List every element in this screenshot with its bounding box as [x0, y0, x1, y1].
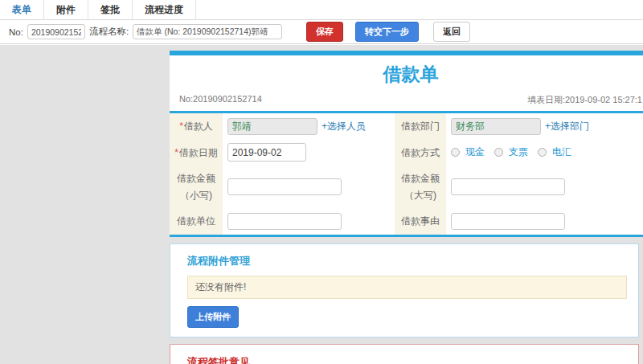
loan-date-input[interactable] [227, 143, 306, 162]
process-name-input[interactable] [133, 24, 282, 39]
loan-unit-label: 借款单位 [170, 208, 223, 234]
amount-lower-input[interactable] [227, 178, 342, 195]
form-meta-row: No:20190902152714 填表日期:2019-09-02 15:27:… [170, 94, 643, 113]
department-field: +选择部门 [446, 113, 643, 139]
amount-lower-field [223, 166, 395, 208]
department-label: 借款部门 [395, 113, 446, 139]
action-bar: No: 流程名称: 保存 转交下一步 返回 [0, 20, 643, 44]
radio-wire-label[interactable]: 电汇 [552, 145, 571, 159]
borrower-input[interactable] [227, 118, 317, 135]
borrower-label: *借款人 [170, 113, 223, 139]
required-mark: * [174, 147, 178, 158]
amount-upper-input[interactable] [451, 178, 565, 195]
app-window: 表单 附件 签批 流程进度 No: 流程名称: 保存 转交下一步 返回 借款单 … [0, 0, 643, 364]
radio-wire[interactable] [538, 148, 547, 157]
back-button[interactable]: 返回 [433, 22, 470, 42]
radio-cash-label[interactable]: 现金 [465, 145, 485, 159]
attachments-panel: 流程附件管理 还没有附件! 上传附件 [170, 243, 639, 337]
process-name-label: 流程名称: [89, 26, 129, 38]
department-input[interactable] [451, 118, 541, 135]
document-area: 借款单 No:20190902152714 填表日期:2019-09-02 15… [170, 45, 643, 364]
loan-reason-label: 借款事由 [395, 208, 446, 234]
no-attachments-alert: 还没有附件! [187, 276, 627, 299]
no-label: No: [9, 27, 23, 37]
select-person-link[interactable]: +选择人员 [322, 120, 366, 133]
fill-date: 填表日期:2019-09-02 15:27:1 [527, 94, 642, 106]
tab-form[interactable]: 表单 [0, 0, 44, 19]
loan-method-field: 现金 支票 电汇 [446, 139, 643, 166]
select-department-link[interactable]: +选择部门 [545, 120, 589, 133]
tab-progress[interactable]: 流程进度 [133, 0, 196, 19]
tab-attachments[interactable]: 附件 [44, 0, 88, 19]
document-number: No:20190902152714 [179, 94, 262, 106]
loan-date-label: *借款日期 [170, 139, 223, 166]
approval-heading: 流程签批意见 [187, 355, 638, 364]
page-title: 借款单 [170, 55, 643, 94]
amount-lower-label: 借款金额（小写) [170, 166, 223, 208]
radio-check[interactable] [494, 148, 503, 157]
amount-upper-field [446, 166, 643, 208]
forward-next-step-button[interactable]: 转交下一步 [355, 22, 419, 42]
loan-reason-field [446, 208, 643, 234]
no-input[interactable] [27, 24, 85, 39]
loan-date-field [223, 139, 395, 166]
borrower-field: +选择人员 [223, 113, 395, 139]
amount-upper-label: 借款金额（大写) [395, 166, 446, 208]
radio-cash[interactable] [451, 148, 460, 157]
required-mark: * [179, 121, 183, 132]
loan-unit-field [223, 208, 395, 234]
attachments-heading: 流程附件管理 [187, 254, 638, 268]
approval-comments-panel: 流程签批意见 B I abc [170, 344, 639, 364]
form-grid: *借款人 +选择人员 借款部门 +选择部门 *借款日期 [170, 113, 643, 237]
radio-check-label[interactable]: 支票 [509, 145, 528, 159]
tab-approval[interactable]: 签批 [88, 0, 133, 19]
upload-attachment-button[interactable]: 上传附件 [187, 306, 239, 328]
loan-method-label: 借款方式 [395, 139, 446, 166]
save-button[interactable]: 保存 [306, 22, 343, 42]
workspace: 借款单 No:20190902152714 填表日期:2019-09-02 15… [0, 45, 643, 364]
loan-reason-input[interactable] [451, 213, 565, 230]
tab-bar: 表单 附件 签批 流程进度 [0, 0, 643, 20]
loan-form-panel: 借款单 No:20190902152714 填表日期:2019-09-02 15… [170, 51, 643, 237]
loan-unit-input[interactable] [227, 213, 342, 230]
